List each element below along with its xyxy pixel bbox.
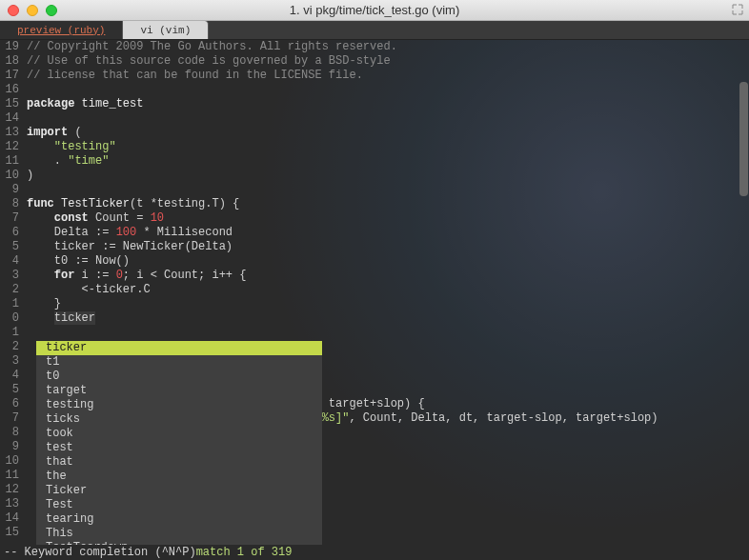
line-number: 16 <box>0 83 27 97</box>
line-number: 5 <box>0 383 27 397</box>
code-line[interactable]: 11 . "time" <box>0 154 749 169</box>
completion-item[interactable]: This <box>36 527 322 541</box>
scrollbar[interactable] <box>739 82 748 196</box>
completion-item[interactable]: Ticker <box>36 484 322 498</box>
line-number: 1 <box>0 297 27 311</box>
code-content[interactable]: package time_test <box>27 97 143 111</box>
line-number: 0 <box>0 311 27 326</box>
code-content[interactable]: } <box>27 297 61 311</box>
line-number: 7 <box>0 411 27 426</box>
completion-item[interactable]: Test <box>36 498 322 512</box>
line-number: 4 <box>0 254 27 269</box>
line-number: 10 <box>0 169 27 183</box>
line-number: 10 <box>0 454 27 469</box>
code-line[interactable]: 9 <box>0 183 749 197</box>
code-line[interactable]: 1 <box>0 326 749 340</box>
code-content[interactable]: <-ticker.C <box>27 283 151 297</box>
code-content[interactable]: . "time" <box>27 154 109 169</box>
editor[interactable]: 19// Copyright 2009 The Go Authors. All … <box>0 40 749 545</box>
completion-item[interactable]: test <box>36 441 322 455</box>
titlebar: 1. vi pkg/time/tick_test.go (vim) <box>0 0 749 21</box>
line-number: 14 <box>0 511 27 526</box>
code-line[interactable]: 2 <-ticker.C <box>0 283 749 297</box>
line-number: 3 <box>0 354 27 369</box>
completion-item[interactable]: t1 <box>36 355 322 370</box>
line-number: 5 <box>0 240 27 254</box>
completion-item[interactable]: testing <box>36 398 322 412</box>
code-line[interactable]: 8func TestTicker(t *testing.T) { <box>0 197 749 211</box>
code-line[interactable]: 13import ( <box>0 126 749 140</box>
line-number: 13 <box>0 497 27 511</box>
code-line[interactable]: 14 <box>0 111 749 126</box>
completion-item[interactable]: that <box>36 455 322 470</box>
code-content[interactable]: for i := 0; i < Count; i++ { <box>27 269 246 283</box>
line-number: 12 <box>0 140 27 154</box>
code-line[interactable]: 10) <box>0 169 749 183</box>
code-content[interactable]: func TestTicker(t *testing.T) { <box>27 197 239 211</box>
code-line[interactable]: 6 Delta := 100 * Millisecond <box>0 226 749 240</box>
line-number: 2 <box>0 340 27 354</box>
line-number: 7 <box>0 211 27 226</box>
code-content[interactable]: // Copyright 2009 The Go Authors. All ri… <box>27 40 397 54</box>
line-number: 12 <box>0 483 27 497</box>
code-content[interactable]: // license that can be found in the LICE… <box>27 69 363 83</box>
code-content[interactable]: import ( <box>27 126 82 140</box>
line-number: 8 <box>0 426 27 440</box>
completion-item[interactable]: ticker <box>36 341 322 355</box>
completion-item[interactable]: TestTeardown <box>36 541 322 545</box>
statusbar: -- Keyword completion (^N^P) match 1 of … <box>0 545 749 560</box>
tabbar: preview (ruby) vi (vim) <box>0 21 749 40</box>
line-number: 17 <box>0 69 27 83</box>
completion-popup[interactable]: tickert1t0targettestingtickstooktestthat… <box>36 341 322 545</box>
status-match: match 1 of 319 <box>196 546 293 559</box>
line-number: 15 <box>0 526 27 540</box>
line-number: 6 <box>0 226 27 240</box>
completion-item[interactable]: ticks <box>36 412 322 427</box>
line-number: 14 <box>0 111 27 126</box>
code-line[interactable]: 15package time_test <box>0 97 749 111</box>
code-line[interactable]: 5 ticker := NewTicker(Delta) <box>0 240 749 254</box>
window-title: 1. vi pkg/time/tick_test.go (vim) <box>0 3 749 17</box>
code-content[interactable]: ) <box>27 169 33 183</box>
completion-item[interactable]: the <box>36 470 322 484</box>
code-line[interactable]: 0 ticker <box>0 311 749 326</box>
completion-item[interactable]: took <box>36 427 322 441</box>
code-line[interactable]: 16 <box>0 83 749 97</box>
code-line[interactable]: 3 for i := 0; i < Count; i++ { <box>0 269 749 283</box>
code-line[interactable]: 4 t0 := Now() <box>0 254 749 269</box>
completion-item[interactable]: target <box>36 384 322 398</box>
code-line[interactable]: 7 const Count = 10 <box>0 211 749 226</box>
line-number: 9 <box>0 183 27 197</box>
line-number: 3 <box>0 269 27 283</box>
line-number: 11 <box>0 469 27 483</box>
code-content[interactable]: "testing" <box>27 140 116 154</box>
completion-item[interactable]: tearing <box>36 512 322 527</box>
code-content[interactable]: // Use of this source code is governed b… <box>27 54 391 69</box>
line-number: 4 <box>0 369 27 383</box>
line-number: 1 <box>0 326 27 340</box>
code-content[interactable]: Delta := 100 * Millisecond <box>27 226 233 240</box>
code-line[interactable]: 18// Use of this source code is governed… <box>0 54 749 69</box>
code-content[interactable]: t0 := Now() <box>27 254 130 269</box>
tab-preview[interactable]: preview (ruby) <box>0 21 123 39</box>
line-number: 9 <box>0 440 27 454</box>
code-line[interactable]: 12 "testing" <box>0 140 749 154</box>
line-number: 6 <box>0 397 27 411</box>
line-number: 18 <box>0 54 27 69</box>
fullscreen-icon[interactable] <box>732 4 743 15</box>
code-line[interactable]: 19// Copyright 2009 The Go Authors. All … <box>0 40 749 54</box>
line-number: 11 <box>0 154 27 169</box>
code-line[interactable]: 17// license that can be found in the LI… <box>0 69 749 83</box>
code-content[interactable]: ticker := NewTicker(Delta) <box>27 240 233 254</box>
line-number: 8 <box>0 197 27 211</box>
line-number: 2 <box>0 283 27 297</box>
line-number: 15 <box>0 97 27 111</box>
tab-active[interactable]: vi (vim) <box>123 21 209 39</box>
status-mode: -- Keyword completion (^N^P) <box>4 546 196 559</box>
line-number: 13 <box>0 126 27 140</box>
line-number: 19 <box>0 40 27 54</box>
completion-item[interactable]: t0 <box>36 370 322 384</box>
code-line[interactable]: 1 } <box>0 297 749 311</box>
code-content[interactable]: ticker <box>27 311 95 326</box>
code-content[interactable]: const Count = 10 <box>27 211 164 226</box>
